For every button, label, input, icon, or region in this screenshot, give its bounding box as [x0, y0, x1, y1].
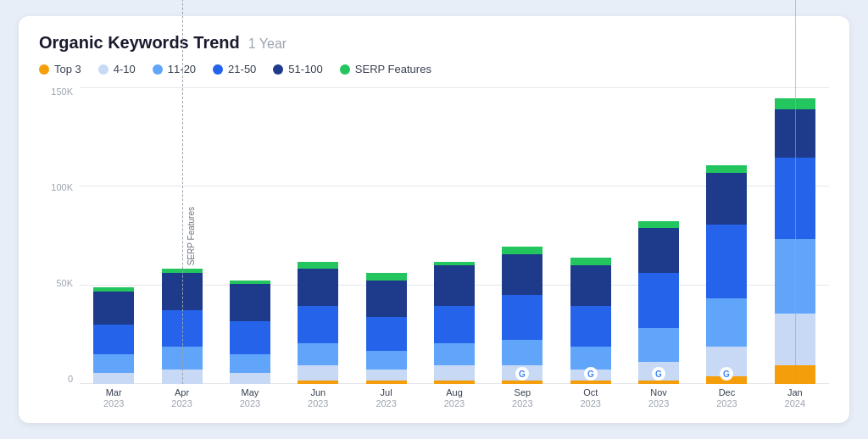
bar-segment — [298, 306, 338, 343]
bars-and-grid: SERP Features G G G G Mar 2023 Ap — [80, 87, 829, 409]
stacked-bar — [434, 262, 475, 384]
x-label-month: Aug — [446, 387, 463, 398]
stacked-bar — [570, 258, 611, 384]
bar-segment — [434, 343, 475, 365]
bar-segment — [434, 365, 475, 381]
bars-row: SERP Features G G G G — [80, 87, 829, 384]
bar-segment — [93, 373, 134, 384]
svg-text:G: G — [587, 370, 594, 379]
y-axis-label: 100K — [51, 183, 73, 192]
tooltip-line — [795, 0, 796, 384]
bar-segment — [93, 292, 134, 325]
x-axis-label: May 2023 — [216, 384, 284, 409]
bar-segment — [298, 343, 338, 365]
chart-header: Organic Keywords Trend 1 Year — [39, 33, 829, 53]
legend: Top 3 4-10 11-20 21-50 51-100 SERP Featu… — [39, 63, 829, 75]
legend-dot-top3 — [39, 64, 49, 75]
x-label-month: Mar — [106, 387, 122, 398]
x-label-month: May — [242, 387, 259, 398]
x-label-month: Sep — [515, 387, 531, 398]
bar-segment — [366, 370, 407, 381]
bar-segment — [366, 317, 407, 350]
x-label-year: 2023 — [240, 398, 260, 409]
bar-segment — [638, 221, 679, 229]
bar-group — [216, 87, 284, 384]
legend-item-51-100: 51-100 — [273, 63, 322, 75]
bar-segment — [638, 328, 679, 361]
legend-dot-51-100 — [273, 64, 283, 75]
bar-group — [352, 87, 420, 384]
x-axis-label: Dec 2023 — [693, 384, 760, 409]
legend-dot-4-10 — [98, 64, 108, 75]
bar-segment — [298, 381, 338, 384]
bar-segment — [434, 306, 475, 343]
bar-segment — [570, 347, 611, 369]
stacked-bar — [706, 165, 747, 384]
svg-text:G: G — [724, 370, 731, 379]
svg-text:G: G — [655, 370, 662, 379]
legend-item-serp: SERP Features — [340, 63, 431, 75]
bar-segment — [638, 273, 679, 329]
bar-segment — [93, 354, 134, 373]
bar-segment — [366, 273, 407, 281]
bar-segment — [434, 265, 475, 306]
legend-label-serp: SERP Features — [355, 63, 431, 75]
dashed-line: SERP Features — [182, 0, 183, 384]
x-label-year: 2023 — [376, 398, 396, 409]
x-label-month: Apr — [175, 387, 189, 398]
y-axis-label: 50K — [56, 279, 73, 288]
x-label-month: Oct — [583, 387, 598, 398]
bar-segment — [502, 254, 542, 295]
google-icon: G — [652, 367, 665, 384]
x-label-month: Nov — [650, 387, 667, 398]
x-axis-label: Apr 2023 — [147, 384, 215, 409]
x-axis-label: Jan 2024 — [761, 384, 829, 409]
x-axis-label: Nov 2023 — [625, 384, 693, 409]
bar-group: G — [625, 87, 693, 384]
x-axis-label: Oct 2023 — [557, 384, 625, 409]
bar-segment — [502, 340, 542, 366]
google-icon: G — [515, 367, 529, 384]
y-axis-label: 150K — [51, 87, 73, 97]
x-label-year: 2023 — [648, 398, 669, 409]
legend-dot-11-20 — [153, 64, 163, 75]
bar-segment — [638, 228, 679, 273]
legend-item-4-10: 4-10 — [98, 63, 136, 75]
x-axis-label: Mar 2023 — [80, 384, 147, 409]
legend-dot-21-50 — [213, 64, 223, 75]
legend-label-51-100: 51-100 — [288, 63, 322, 75]
x-label-year: 2023 — [580, 398, 600, 409]
chart-subtitle: 1 Year — [248, 36, 287, 52]
bar-group: G — [488, 87, 556, 384]
chart-title: Organic Keywords Trend — [39, 33, 240, 53]
bar-group — [420, 87, 488, 384]
x-axis-label: Sep 2023 — [488, 384, 556, 409]
bar-segment — [298, 262, 338, 270]
bar-group: SERP Features — [147, 87, 215, 384]
bar-segment — [570, 258, 611, 265]
bar-segment — [502, 295, 542, 340]
serp-features-label: SERP Features — [186, 207, 196, 265]
x-label-month: Jan — [787, 387, 803, 398]
x-label-month: Jul — [381, 387, 392, 398]
x-axis: Mar 2023 Apr 2023 May 2023 Jun 2023 Jul … — [80, 384, 829, 409]
legend-item-top3: Top 3 — [39, 63, 81, 75]
x-label-year: 2023 — [444, 398, 465, 409]
bar-group — [80, 87, 147, 384]
x-label-year: 2023 — [512, 398, 532, 409]
bar-segment — [230, 373, 270, 384]
x-label-month: Jun — [310, 387, 326, 398]
x-label-month: Dec — [719, 387, 736, 398]
bar-segment — [298, 365, 338, 381]
legend-label-21-50: 21-50 — [228, 63, 256, 75]
bar-segment — [706, 173, 747, 225]
bar-segment — [93, 325, 134, 354]
bar-segment — [230, 321, 270, 354]
bar-segment — [706, 225, 747, 299]
stacked-bar — [298, 262, 338, 384]
bar-group — [284, 87, 352, 384]
bar-segment — [366, 381, 407, 384]
stacked-bar — [93, 287, 134, 384]
stacked-bar — [366, 273, 407, 384]
legend-label-top3: Top 3 — [54, 63, 81, 75]
